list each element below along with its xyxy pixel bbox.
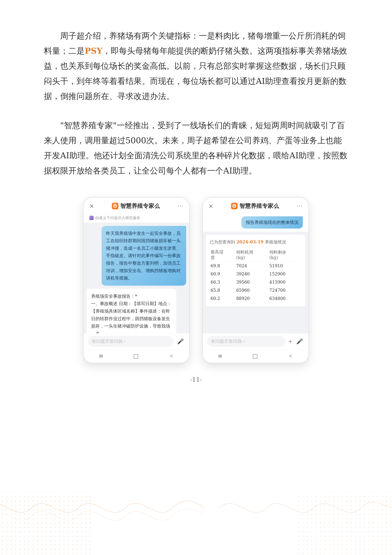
phone-left-app-icon: 🐷 [112,203,118,209]
cell-feed-used-4: 65960 [235,286,269,294]
phone-right-more-icon[interactable]: ··· [297,203,303,209]
page-number: -11- [44,376,348,383]
cell-feed-remain-5: 634800 [269,294,302,302]
col-header-humidity: 最高湿度 [210,248,235,262]
table-row: 60.9 39240 152900 [210,270,302,278]
cell-feed-remain-3: 415900 [269,278,302,286]
cell-humidity-1: 69.8 [210,262,235,270]
phone-right-title-area: 🐷 智慧养殖专家么 [231,202,279,210]
cell-feed-remain-1: 51910 [269,262,302,270]
cell-feed-remain-4: 724700 [269,286,302,294]
date-highlight: 2024-03-19 [236,240,264,244]
table-row: 66.3 39560 415900 [210,278,302,286]
phone-left-powered: 由通义千问提供大模型服务 [84,213,189,223]
table-row: 69.8 7024 51910 [210,262,302,270]
phone-right-placeholder: 有问题尽管问我~ [211,339,245,344]
phone-right-nav-home[interactable]: □ [253,353,258,359]
col-header-feed-used: 饲料耗用(kg) [235,248,269,262]
phone-left-nav-menu[interactable]: ≡ [99,353,103,359]
table-result-header: 已为您查询到 2024-03-19 养殖场情况 [210,239,302,245]
phone-left-header: × 🐷 智慧养殖专家么 ··· [84,197,189,213]
data-table: 最高湿度 饲料耗用(kg) 饲料剩余(kg) 69.8 7024 51910 [210,248,302,303]
phone-left-input[interactable]: 有问题尽管问我~ [88,336,174,347]
cell-feed-used-1: 7024 [235,262,269,270]
col-header-feed-remain: 饲料剩余(kg) [269,248,302,262]
cell-humidity-2: 60.9 [210,270,235,278]
phone-right-app-icon: 🐷 [231,203,238,209]
phone-right-table-area: 已为您查询到 2024-03-19 养殖场情况 最高湿度 饲料耗用(kg) 饲料… [203,232,308,333]
page-container: 周子超介绍，养猪场有两个关键指标：一是料肉比，猪每增重一公斤所消耗的饲料量；二是… [0,0,392,555]
phone-right-title: 智慧养殖专家么 [240,202,279,210]
svg-rect-1 [0,492,94,555]
svg-text:🐷: 🐷 [233,204,236,208]
cell-humidity-4: 65.8 [210,286,235,294]
phone-left-placeholder: 有问题尽管问我~ [92,339,126,344]
phone-right-nav-menu[interactable]: ≡ [218,353,223,359]
phone-left-close-icon[interactable]: × [89,203,94,209]
phone-left-title-area: 🐷 智慧养殖专家么 [112,202,160,210]
phone-left-input-bar: 有问题尽管问我~ 🎤 [84,333,189,349]
phone-right-header: × 🐷 智慧养殖专家么 ··· [203,197,308,213]
paragraph-1: 周子超介绍，养猪场有两个关键指标：一是料肉比，猪每增重一公斤所消耗的饲料量；二是… [44,28,348,104]
powered-text: 由通义千问提供大模型服务 [95,215,140,220]
phone-right-mic-icon[interactable]: 🎤 [295,337,304,346]
phone-right: × 🐷 智慧养殖专家么 ··· [202,197,309,363]
cell-feed-used-2: 39240 [235,270,269,278]
user-chat-bubble: 昨天我养殖场中发生一起安全事故，员工在组织转群期间因挡猪板损坏被一头猪冲撞，造成… [102,226,186,286]
phone-right-plus-icon[interactable]: + [288,338,293,344]
phone-right-input[interactable]: 有问题尽管问我~ [207,336,285,347]
phone-left-mic-icon[interactable]: 🎤 [176,337,185,346]
cell-humidity-5: 60.2 [210,294,235,302]
powered-icon [89,216,94,220]
cell-feed-used-3: 39560 [235,278,269,286]
decorative-background [0,445,392,555]
phone-left-nav-home[interactable]: □ [133,353,139,359]
phone-left-bottom-nav: ≡ □ ＜ [84,349,189,363]
phone-left-more-icon[interactable]: ··· [177,203,184,209]
svg-text:🐷: 🐷 [114,204,117,208]
phones-section: × 🐷 智慧养殖专家么 ··· 由 [44,197,348,363]
table-row: 60.2 88920 634800 [210,294,302,302]
query-bubble: 报告养殖场现在的整体情况 [241,216,303,229]
phone-right-input-bar: 有问题尽管问我~ + 🎤 [203,333,308,349]
table-result-card: 已为您查询到 2024-03-19 养殖场情况 最高湿度 饲料耗用(kg) 饲料… [206,235,305,306]
phone-left-nav-back[interactable]: ＜ [168,352,174,360]
phone-right-nav-back[interactable]: ＜ [288,352,293,360]
phone-right-bottom-nav: ≡ □ ＜ [203,349,308,363]
paragraph-2: "智慧养殖专家"一经推出，受到了一线场长们的青睐，短短两周时间就吸引了百来人使用… [44,118,348,178]
cell-feed-remain-2: 152900 [269,270,302,278]
highlight-psy: PSY [85,46,102,56]
phone-left: × 🐷 智慧养殖专家么 ··· 由 [83,197,190,363]
phone-right-close-icon[interactable]: × [208,203,213,209]
query-text: 报告养殖场现在的整体情况 [246,220,298,225]
phone-left-chat: 昨天我养殖场中发生一起安全事故，员工在组织转群期间因挡猪板损坏被一头猪冲撞，造成… [84,223,189,333]
cell-feed-used-5: 88920 [235,294,269,302]
table-row: 65.8 65960 724700 [210,286,302,294]
svg-rect-3 [298,492,392,555]
phone-left-title: 智慧养殖专家么 [120,202,160,210]
cell-humidity-3: 66.3 [210,278,235,286]
ai-chat-bubble: 养殖场安全事故报告：* 一、事故概述 日期：【填写日期】地点：【养殖场具体区域名… [87,289,176,333]
content-area: 周子超介绍，养猪场有两个关键指标：一是料肉比，猪每增重一公斤所消耗的饲料量；二是… [0,0,392,408]
phone-right-query-header: 报告养殖场现在的整体情况 [203,213,308,232]
